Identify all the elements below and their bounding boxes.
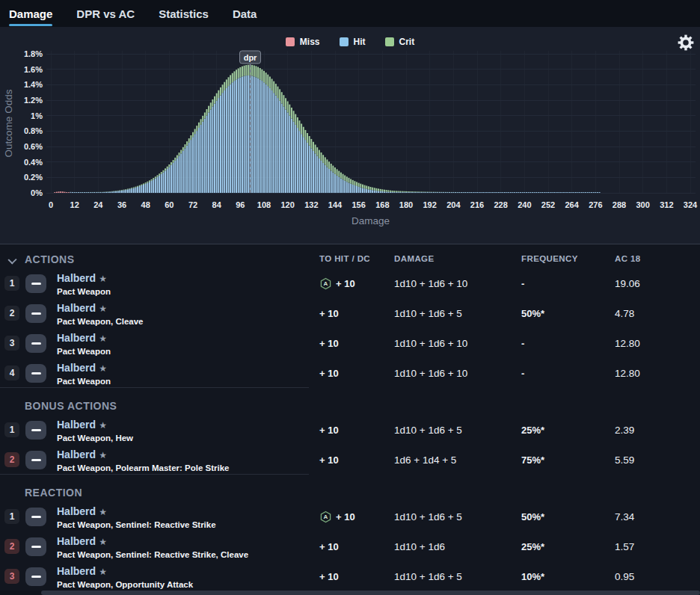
hit-bar: [593, 192, 595, 193]
x-tick-label: 192: [423, 200, 436, 209]
row-number-badge: 2: [4, 539, 19, 554]
settings-button[interactable]: [678, 34, 694, 51]
svg-text:A: A: [324, 280, 328, 287]
attack-name[interactable]: Halberd: [57, 362, 96, 374]
hit-bar: [303, 137, 304, 193]
attack-subtitle: Pact Weapon, Cleave: [57, 316, 143, 327]
attack-name-block[interactable]: Halberd★Pact Weapon, Sentinel: Reactive …: [57, 534, 248, 560]
hit-bar: [392, 192, 393, 193]
frequency-value: 25%*: [521, 541, 544, 552]
hit-bar: [522, 192, 524, 193]
hit-bar: [349, 183, 350, 193]
crit-bar: [313, 142, 314, 151]
y-tick-label: 0.2%: [24, 173, 43, 182]
hit-bar: [485, 192, 486, 193]
remove-attack-button[interactable]: [25, 567, 46, 586]
attack-name-block[interactable]: Halberd★Pact Weapon, Sentinel: Reactive …: [57, 504, 216, 530]
attack-name-block[interactable]: Halberd★Pact Weapon: [57, 271, 111, 297]
remove-attack-button[interactable]: [25, 274, 46, 293]
hit-bar: [244, 76, 245, 193]
hit-bar: [301, 134, 302, 193]
to-hit-value: + 10: [336, 278, 355, 289]
crit-bar: [381, 189, 383, 191]
hit-bar: [232, 82, 233, 193]
attack-name-block[interactable]: Halberd★Pact Weapon, Polearm Master: Pol…: [57, 447, 230, 473]
row-number-badge: 4: [4, 366, 19, 380]
crit-bar: [137, 186, 138, 187]
remove-attack-button[interactable]: [25, 451, 46, 469]
tab-dpr-vs-ac[interactable]: DPR vs AC: [76, 0, 135, 27]
miss-bar: [56, 192, 58, 193]
remove-attack-button[interactable]: [25, 421, 46, 440]
attack-name[interactable]: Halberd: [57, 505, 96, 517]
hit-bar: [464, 192, 466, 193]
attack-name[interactable]: Halberd: [57, 302, 96, 314]
crit-bar: [236, 70, 237, 79]
ac-result-value: 1.57: [615, 541, 634, 552]
chart-legend: MissHitCrit: [0, 34, 700, 49]
hit-bar: [190, 140, 191, 193]
hit-bar: [541, 192, 543, 193]
crit-bar: [360, 184, 361, 188]
y-axis-title: Outcome Odds: [3, 89, 14, 157]
y-tick-label: 1.2%: [24, 96, 43, 105]
hit-bar: [196, 131, 197, 193]
hit-bar: [254, 76, 255, 193]
hit-bar: [524, 192, 525, 193]
tab-damage[interactable]: Damage: [9, 0, 52, 27]
hit-bar: [332, 173, 334, 193]
attack-name-block[interactable]: Halberd★Pact Weapon, Opportunity Attack: [57, 564, 193, 590]
legend-item-crit[interactable]: Crit: [385, 37, 415, 47]
hit-bar: [360, 188, 361, 193]
outcome-odds-chart[interactable]: 0122436486072849610812013214415616818019…: [0, 49, 700, 233]
remove-attack-button[interactable]: [25, 304, 46, 323]
hit-bar: [384, 191, 385, 193]
crit-bar: [147, 182, 148, 183]
crit-bar: [378, 188, 379, 191]
attack-name-block[interactable]: Halberd★Pact Weapon, Hew: [57, 417, 133, 443]
hit-bar: [494, 192, 496, 193]
attack-row: 2Halberd★Pact Weapon, Cleave+ 101d10 + 1…: [0, 298, 700, 328]
crit-bar: [387, 190, 389, 191]
attack-name[interactable]: Halberd: [57, 332, 96, 344]
crit-bar: [332, 166, 334, 173]
hit-bar: [581, 192, 583, 193]
hit-bar: [257, 78, 259, 193]
hit-bar: [236, 79, 237, 193]
attack-name-block[interactable]: Halberd★Pact Weapon, Cleave: [57, 300, 143, 327]
chevron-down-icon[interactable]: [7, 255, 16, 264]
hit-bar: [96, 192, 97, 193]
hit-bar: [370, 190, 372, 193]
attack-name[interactable]: Halberd: [57, 272, 96, 284]
remove-attack-button[interactable]: [25, 334, 46, 353]
hit-bar: [468, 192, 470, 193]
crit-bar: [174, 158, 176, 161]
hit-bar: [108, 192, 109, 193]
ac-result-cell: 19.06: [615, 268, 640, 298]
hit-bar: [228, 86, 230, 193]
attack-name[interactable]: Halberd: [57, 448, 96, 460]
attack-name-block[interactable]: Halberd★Pact Weapon: [57, 330, 111, 357]
hit-bar: [577, 192, 579, 193]
damage-cell: 1d10 + 1d6 + 10: [394, 358, 467, 388]
attack-name[interactable]: Halberd: [57, 419, 96, 431]
hit-bar: [285, 109, 286, 193]
tab-data[interactable]: Data: [233, 0, 257, 27]
crit-bar: [168, 164, 170, 167]
remove-attack-button[interactable]: [25, 364, 46, 383]
attack-row: 3Halberd★Pact Weapon, Opportunity Attack…: [0, 561, 700, 591]
remove-attack-button[interactable]: [25, 508, 46, 526]
attack-name[interactable]: Halberd: [57, 535, 96, 547]
legend-item-miss[interactable]: Miss: [286, 37, 320, 47]
crit-bar: [248, 65, 249, 75]
frequency-value: 50%*: [521, 308, 544, 319]
hit-bar: [372, 190, 373, 193]
horizontal-scrollbar-thumb[interactable]: [41, 591, 700, 595]
attack-name-block[interactable]: Halberd★Pact Weapon: [57, 360, 111, 386]
attack-name[interactable]: Halberd: [57, 565, 96, 577]
hit-bar: [597, 192, 598, 193]
hit-bar: [423, 192, 425, 193]
legend-item-hit[interactable]: Hit: [340, 37, 366, 47]
remove-attack-button[interactable]: [25, 537, 46, 556]
tab-statistics[interactable]: Statistics: [159, 0, 209, 27]
